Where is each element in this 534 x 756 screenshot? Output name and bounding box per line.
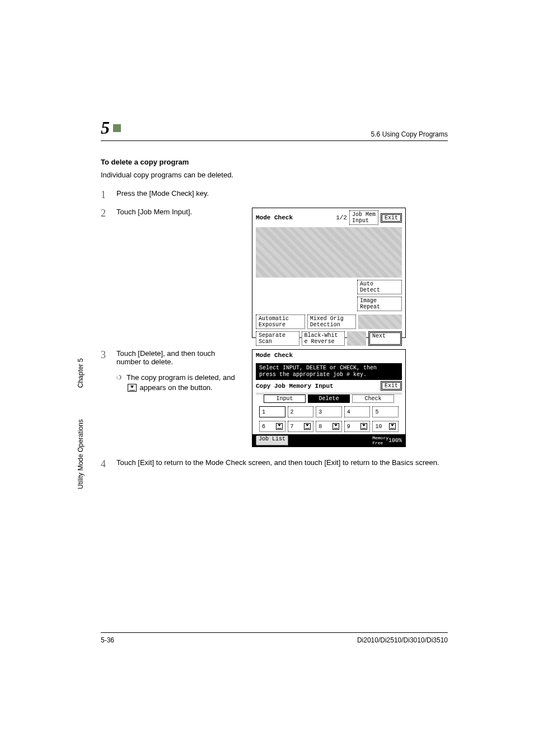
running-head: 5.6 Using Copy Programs [371, 130, 448, 138]
step-3-left: 3 Touch [Delete], and then touch number … [101, 349, 241, 392]
step-2: 2 Touch [Job Mem Input]. [101, 208, 241, 219]
download-icon [389, 423, 396, 430]
slot-label: 8 [318, 424, 322, 430]
slot-label: 5 [375, 409, 378, 415]
screen2-exit-button[interactable]: Exit [381, 381, 402, 391]
job-slot-3[interactable]: 3 [316, 406, 342, 417]
step-3-bullet: ❍ The copy program is deleted, and appea… [116, 373, 241, 392]
screen1-mid-buttons: Auto Detect Image Repeat [256, 280, 402, 311]
screen2-title: Mode Check [256, 352, 293, 359]
screen2-message: Select INPUT, DELETE or CHECK, then pres… [256, 363, 402, 380]
intro-text: Individual copy programs can be deleted. [101, 171, 448, 179]
image-repeat-button[interactable]: Image Repeat [357, 297, 402, 311]
screen2-sub-row: Copy Job Memory Input Exit [256, 381, 402, 391]
section-title: To delete a copy program [101, 158, 448, 166]
job-slot-2[interactable]: 2 [288, 406, 314, 417]
msg-line2: press the appropriate job # key. [259, 372, 399, 378]
slot-label: 6 [262, 424, 265, 430]
automatic-exposure-button[interactable]: Automatic Exposure [256, 314, 305, 329]
page-footer: 5-36 Di2010/Di2510/Di3010/Di3510 [101, 632, 448, 644]
job-slot-5[interactable]: 5 [372, 406, 399, 417]
footer-models: Di2010/Di2510/Di3010/Di3510 [357, 636, 448, 644]
download-icon [360, 423, 367, 430]
step-2-number: 2 [101, 208, 116, 219]
step-4-number: 4 [101, 458, 116, 470]
job-slot-10[interactable]: 10 [372, 421, 399, 432]
download-icon [332, 423, 339, 430]
job-slot-8[interactable]: 8 [316, 421, 342, 432]
side-tab: Chapter 5 Utility Mode Operations [73, 354, 88, 510]
screen2-status-bar: Job List Memory Free100% [252, 434, 405, 447]
filler2 [347, 331, 366, 346]
job-slot-9[interactable]: 9 [344, 421, 371, 432]
job-slot-1[interactable]: 1 [259, 406, 285, 417]
side-operations: Utility Mode Operations [73, 398, 88, 510]
download-icon [128, 384, 137, 392]
bullet-pre: The copy program is deleted, and [127, 373, 235, 382]
screen2-row2: 6 7 8 9 10 [259, 421, 399, 432]
msg-line1: Select INPUT, DELETE or CHECK, then [259, 365, 399, 372]
job-slot-4[interactable]: 4 [344, 406, 371, 417]
slot-label: 4 [347, 409, 350, 415]
slot-label: 3 [318, 409, 322, 415]
memory-value: 100% [388, 438, 402, 444]
job-mem-input-button[interactable]: Job Mem Input [349, 210, 378, 225]
exit-button[interactable]: Exit [381, 213, 402, 223]
bullet-post: appears on the button. [138, 383, 213, 392]
screen2-sub-label: Copy Job Memory Input [256, 383, 334, 389]
next-button[interactable]: Next [368, 331, 402, 346]
auto-detect-button[interactable]: Auto Detect [357, 280, 402, 294]
black-white-button[interactable]: Black-Whit e Reverse [302, 331, 345, 346]
step-3-bullet-text: The copy program is deleted, and appears… [127, 373, 241, 392]
step-3-text: Touch [Delete], and then touch number to… [116, 349, 241, 366]
screen1-page-indicator: 1/2 [336, 214, 347, 221]
delete-tab[interactable]: Delete [308, 395, 350, 403]
screen2-titlebar: Mode Check [252, 350, 405, 361]
job-memory-screen: Mode Check Select INPUT, DELETE or CHECK… [252, 349, 406, 447]
slot-label: 10 [375, 424, 382, 430]
screen1-row-a: Automatic Exposure Mixed Orig Detection [256, 314, 402, 329]
screen1-body-area [256, 227, 402, 278]
download-icon [304, 423, 311, 430]
slot-label: 1 [262, 409, 265, 415]
step-1-number: 1 [101, 189, 116, 201]
memory-label: Memory Free [372, 435, 388, 445]
side-operations-label: Utility Mode Operations [73, 398, 88, 510]
mixed-orig-button[interactable]: Mixed Orig Detection [307, 314, 357, 329]
side-chapter: Chapter 5 [73, 354, 88, 393]
step-3-number: 3 [101, 349, 116, 361]
slot-label: 2 [291, 409, 294, 415]
bullet-icon: ❍ [116, 373, 127, 381]
job-slot-7[interactable]: 7 [288, 421, 314, 432]
side-chapter-label: Chapter 5 [73, 354, 88, 393]
step-4: 4 Touch [Exit] to return to the Mode Che… [101, 458, 448, 470]
step-3: 3 Touch [Delete], and then touch number … [101, 349, 241, 366]
page: Chapter 5 Utility Mode Operations 5 5.6 … [0, 0, 534, 756]
job-slot-6[interactable]: 6 [259, 421, 285, 432]
chapter-number-box: 5 [101, 118, 121, 138]
screen2-tabs: Input Delete Check [264, 395, 394, 403]
step-2-left: 2 Touch [Job Mem Input]. [101, 208, 241, 226]
screen1-titlebar: Mode Check 1/2 Job Mem Input Exit [252, 208, 405, 227]
memory-indicator: Memory Free100% [372, 435, 402, 445]
filler [358, 314, 402, 329]
chapter-marker-icon [113, 124, 121, 132]
input-tab[interactable]: Input [264, 395, 306, 403]
slot-label: 7 [291, 424, 294, 430]
screen1-title-right: 1/2 Job Mem Input Exit [336, 210, 402, 225]
check-tab[interactable]: Check [352, 395, 394, 403]
screen1-title: Mode Check [256, 214, 293, 221]
chapter-number: 5 [101, 118, 110, 138]
step-2-block: 2 Touch [Job Mem Input]. Mode Check 1/2 … [101, 208, 448, 338]
separate-scan-button[interactable]: Separate Scan [256, 331, 299, 346]
screen1-row-b: Separate Scan Black-Whit e Reverse Next [256, 331, 402, 346]
footer-page: 5-36 [101, 636, 114, 644]
slot-label: 9 [347, 424, 350, 430]
step-4-text: Touch [Exit] to return to the Mode Check… [116, 458, 448, 467]
screen2-row1: 1 2 3 4 5 [259, 406, 399, 417]
content-area: 5 5.6 Using Copy Programs To delete a co… [101, 118, 448, 477]
job-list-button[interactable]: Job List [256, 435, 288, 445]
step-1: 1 Press the [Mode Check] key. [101, 189, 448, 201]
step-1-text: Press the [Mode Check] key. [116, 189, 448, 198]
step-3-block: 3 Touch [Delete], and then touch number … [101, 349, 448, 447]
